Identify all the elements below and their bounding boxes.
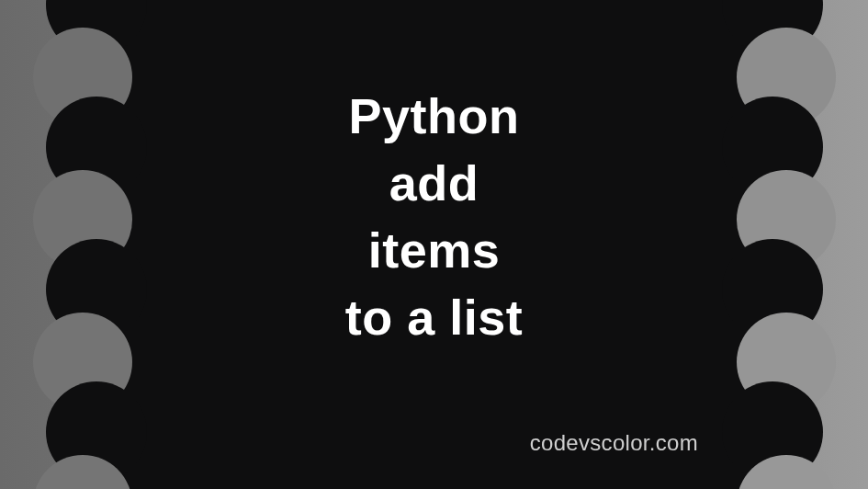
banner-title: Python add items to a list [345, 83, 524, 351]
title-line-3: items [345, 217, 524, 284]
banner-canvas: Python add items to a list codevscolor.c… [0, 0, 868, 489]
title-line-2: add [345, 150, 524, 217]
watermark-text: codevscolor.com [530, 430, 698, 456]
title-line-4: to a list [345, 284, 524, 351]
title-line-1: Python [345, 83, 524, 150]
